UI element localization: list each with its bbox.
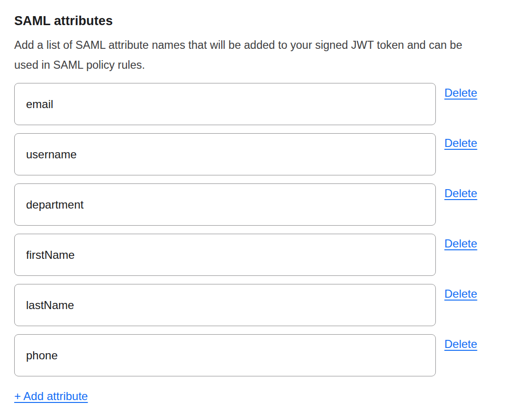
delete-attribute-link[interactable]: Delete xyxy=(444,287,477,301)
attribute-row: Delete xyxy=(14,83,505,125)
delete-attribute-link[interactable]: Delete xyxy=(444,338,477,351)
add-attribute-link[interactable]: + Add attribute xyxy=(14,390,88,403)
attribute-list: Delete Delete Delete Delete Delete Delet… xyxy=(14,83,505,376)
saml-attributes-section: SAML attributes Add a list of SAML attri… xyxy=(0,0,505,403)
attribute-name-input[interactable] xyxy=(14,284,436,326)
attribute-name-input[interactable] xyxy=(14,334,436,376)
attribute-row: Delete xyxy=(14,334,505,376)
delete-attribute-link[interactable]: Delete xyxy=(444,86,477,100)
delete-attribute-link[interactable]: Delete xyxy=(444,187,477,200)
delete-attribute-link[interactable]: Delete xyxy=(444,237,477,250)
attribute-row: Delete xyxy=(14,234,505,276)
attribute-name-input[interactable] xyxy=(14,133,436,175)
section-description: Add a list of SAML attribute names that … xyxy=(14,35,488,75)
attribute-name-input[interactable] xyxy=(14,234,436,276)
attribute-name-input[interactable] xyxy=(14,83,436,125)
attribute-row: Delete xyxy=(14,284,505,326)
attribute-row: Delete xyxy=(14,133,505,175)
attribute-name-input[interactable] xyxy=(14,183,436,226)
attribute-row: Delete xyxy=(14,183,505,226)
section-title: SAML attributes xyxy=(14,13,505,29)
delete-attribute-link[interactable]: Delete xyxy=(444,137,477,150)
